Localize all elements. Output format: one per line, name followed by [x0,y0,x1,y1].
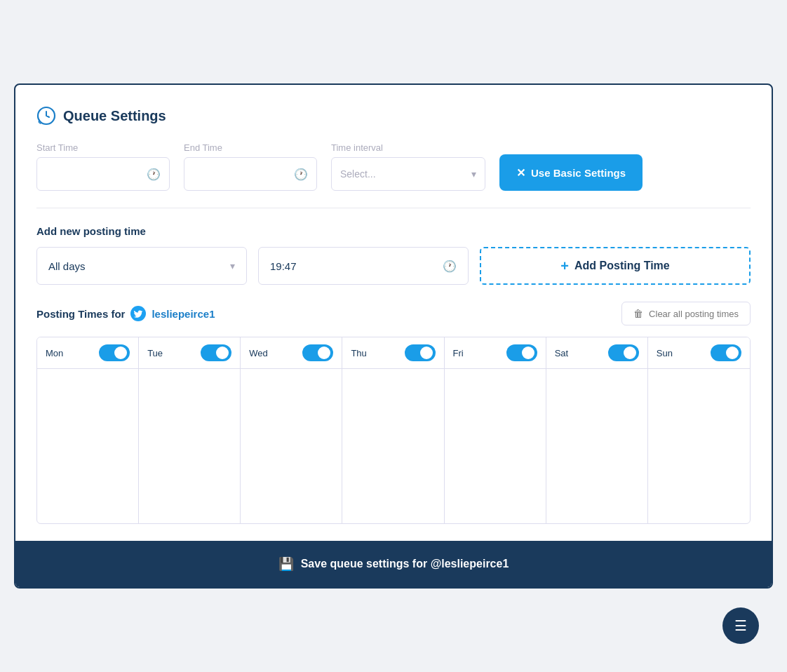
end-time-label: End Time [184,142,317,153]
day-column-mon: Mon [37,337,139,523]
toggle-slider-tue [201,344,231,361]
fab-button[interactable]: ☰ [722,607,759,644]
clear-all-posting-times-button[interactable]: 🗑 Clear all posting times [621,302,751,325]
toggle-mon[interactable] [99,344,130,361]
start-time-label: Start Time [36,142,170,153]
day-header-wed: Wed [241,337,342,369]
toggle-wed[interactable] [302,344,333,361]
day-column-sun: Sun [648,337,750,523]
days-chevron-icon: ▾ [230,260,235,271]
page-title: Queue Settings [63,108,166,124]
interval-select[interactable]: Select... ▾ [331,157,485,191]
day-column-fri: Fri [445,337,546,523]
day-name-sat: Sat [555,348,569,358]
interval-label: Time interval [331,142,485,153]
day-column-thu: Thu [342,337,444,523]
start-time-input[interactable]: 🕐 [36,157,170,191]
interval-placeholder: Select... [340,168,376,180]
day-header-sun: Sun [648,337,750,369]
day-body-thu [342,369,443,523]
toggle-slider-fri [506,344,537,361]
day-name-fri: Fri [453,348,464,358]
day-header-fri: Fri [445,337,546,369]
add-posting-btn-label: Add Posting Time [574,260,670,272]
queue-icon [36,106,56,126]
day-body-sun [648,369,750,523]
trash-icon: 🗑 [633,308,643,319]
day-header-sat: Sat [546,337,647,369]
posting-time-value: 19:47 [270,260,297,272]
posting-times-header: Posting Times for lesliepeirce1 🗑 Clear … [36,302,751,325]
day-body-tue [139,369,240,523]
days-value: All days [48,260,86,272]
posting-times-for-label: Posting Times for [36,308,125,320]
toggle-sun[interactable] [711,344,741,361]
day-column-wed: Wed [241,337,342,523]
toggle-slider-sat [608,344,639,361]
clear-btn-label: Clear all posting times [649,309,739,319]
day-body-wed [241,369,342,523]
use-basic-btn-label: Use Basic Settings [531,167,626,179]
interval-group: Time interval Select... ▾ [331,142,485,191]
day-name-mon: Mon [46,348,63,358]
page-header: Queue Settings [36,106,751,126]
toggle-slider-thu [405,344,436,361]
add-posting-time-button[interactable]: + Add Posting Time [480,247,751,285]
day-column-tue: Tue [139,337,241,523]
save-btn-content: 💾 Save queue settings for @lesliepeirce1 [278,556,509,572]
day-name-sun: Sun [657,348,673,358]
toggle-fri[interactable] [506,344,537,361]
account-name: lesliepeirce1 [152,308,215,320]
save-btn-label: Save queue settings for @lesliepeirce1 [301,558,509,570]
day-column-sat: Sat [546,337,648,523]
toggle-sat[interactable] [608,344,639,361]
add-posting-row: All days ▾ 19:47 🕐 + Add Posting Time [36,247,751,285]
days-dropdown[interactable]: All days ▾ [36,247,247,285]
start-time-clock-icon: 🕐 [147,168,161,181]
posting-times-title: Posting Times for lesliepeirce1 [36,306,215,321]
use-basic-settings-button[interactable]: ✕ Use Basic Settings [499,154,643,191]
day-header-tue: Tue [139,337,240,369]
toggle-slider-mon [99,344,130,361]
toggle-slider-sun [711,344,741,361]
end-time-input[interactable]: 🕐 [184,157,317,191]
basic-settings-section: Start Time 🕐 End Time 🕐 Time interval Se… [36,142,751,191]
toggle-tue[interactable] [201,344,231,361]
add-posting-section: Add new posting time All days ▾ 19:47 🕐 … [36,225,751,285]
main-container: Queue Settings Start Time 🕐 End Time 🕐 T… [14,83,773,589]
start-time-group: Start Time 🕐 [36,142,170,191]
end-time-clock-icon: 🕐 [294,168,308,181]
day-body-fri [445,369,546,523]
toggle-thu[interactable] [405,344,436,361]
day-body-sat [546,369,647,523]
toggle-slider-wed [302,344,333,361]
start-time-field[interactable] [46,168,147,180]
x-icon: ✕ [516,166,525,180]
calendar-grid: MonTueWedThuFriSatSun [36,337,751,524]
day-header-mon: Mon [37,337,138,369]
end-time-field[interactable] [193,168,294,180]
posting-time-clock-icon: 🕐 [443,260,457,273]
twitter-icon [130,306,146,321]
day-name-tue: Tue [147,348,163,358]
save-icon: 💾 [278,556,294,572]
chevron-down-icon: ▾ [471,168,476,180]
plus-icon: + [560,258,569,274]
end-time-group: End Time 🕐 [184,142,317,191]
day-name-thu: Thu [351,348,366,358]
hamburger-icon: ☰ [734,619,747,633]
posting-time-input[interactable]: 19:47 🕐 [258,247,469,285]
footer-save-bar[interactable]: 💾 Save queue settings for @lesliepeirce1… [15,541,772,587]
day-body-mon [37,369,138,523]
day-name-wed: Wed [249,348,268,358]
add-posting-title: Add new posting time [36,225,751,237]
day-header-thu: Thu [342,337,443,369]
section-divider [36,208,751,208]
